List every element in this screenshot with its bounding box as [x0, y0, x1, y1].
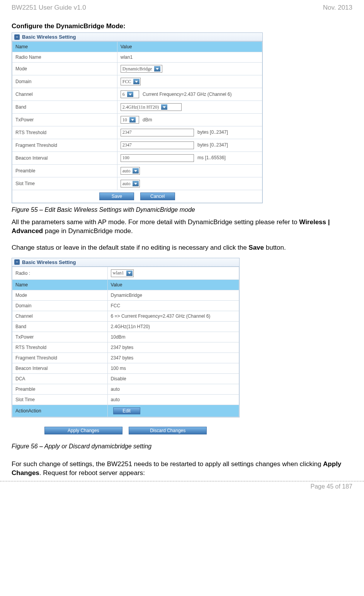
row-label: Preamble — [12, 165, 117, 177]
table-row: RTS Threshold2347 bytes — [12, 342, 239, 352]
row-label: RTS Threshold — [12, 126, 117, 139]
row-value: auto — [107, 394, 239, 405]
channel-select[interactable]: 6 — [121, 90, 139, 98]
row-label: Channel — [12, 88, 117, 101]
chevron-down-icon — [133, 181, 139, 186]
chevron-down-icon — [129, 117, 136, 123]
row-value: wlan1 — [117, 52, 262, 63]
panel-icon: – — [14, 34, 20, 40]
beacon-input[interactable]: 100 — [121, 154, 194, 162]
doc-title: BW2251 User Guide v1.0 — [12, 4, 86, 12]
figure-caption-56: Figure 56 – Apply or Discard dynamicbrid… — [12, 443, 352, 450]
chevron-down-icon — [127, 92, 133, 97]
table-row: DomainFCC — [12, 300, 239, 311]
row-label: Band — [12, 101, 117, 114]
panel-title-text: Basic Wireless Setting — [22, 34, 76, 40]
button-row: Save Cancel — [12, 190, 262, 203]
apply-changes-button[interactable]: Apply Changes — [44, 427, 122, 434]
chevron-down-icon — [161, 104, 167, 110]
txpower-unit: dBm — [143, 117, 152, 123]
row-label: Channel — [12, 311, 108, 321]
paragraph: For such change of settings, the BW2251 … — [12, 460, 352, 478]
band-select[interactable]: 2.4GHz(11n HT20) — [121, 103, 182, 111]
slottime-select[interactable]: auto — [121, 180, 140, 187]
row-value: 2347 bytes — [107, 352, 239, 363]
col-value: Value — [117, 42, 262, 52]
col-value: Value — [107, 279, 239, 290]
row-label: Radio Name — [12, 52, 117, 63]
row-label: Fragment Threshold — [12, 139, 117, 152]
table-row: Band2.4GHz(11n HT20) — [12, 321, 239, 332]
row-value: FCC — [107, 300, 239, 311]
panel-icon: – — [14, 259, 20, 265]
row-label: ActionAction — [12, 405, 108, 417]
row-label: Domain — [12, 75, 117, 88]
table-row: Fragment Threshold 2347 bytes [0..2347] — [12, 139, 262, 152]
channel-info: Current Frequency=2.437 GHz (Channel 6) — [143, 92, 231, 97]
row-value: 10dBm — [107, 332, 239, 342]
col-name: Name — [12, 42, 117, 52]
row-label: Mode — [12, 290, 108, 300]
table-row: Channel 6 Current Frequency=2.437 GHz (C… — [12, 88, 262, 101]
row-label: Beacon Interval — [12, 152, 117, 165]
mode-select[interactable]: DynamicBridge — [121, 65, 162, 73]
row-value: 2347 bytes — [107, 342, 239, 352]
table-row: Slot Time auto — [12, 177, 262, 190]
edit-button[interactable]: Edit — [113, 407, 140, 414]
row-label: DCA — [12, 373, 108, 384]
section-heading: Configure the DynamicBridge Mode: — [12, 22, 352, 30]
row-label: Slot Time — [12, 177, 117, 190]
table-row: Preamble auto — [12, 165, 262, 177]
row-label: Slot Time — [12, 394, 108, 405]
doc-date: Nov. 2013 — [323, 4, 352, 12]
chevron-down-icon — [133, 168, 139, 174]
domain-select[interactable]: FCC — [121, 78, 141, 85]
chevron-down-icon — [126, 271, 133, 276]
table-row: DCADisable — [12, 373, 239, 384]
table-row: Mode DynamicBridge — [12, 63, 262, 75]
row-label: Radio : — [12, 267, 108, 279]
chevron-down-icon — [154, 66, 160, 72]
table-row: TxPower10dBm — [12, 332, 239, 342]
preamble-select[interactable]: auto — [121, 167, 140, 175]
table-row: ModeDynamicBridge — [12, 290, 239, 300]
table-row: Fragment Threshold2347 bytes — [12, 352, 239, 363]
fragment-input[interactable]: 2347 — [121, 141, 194, 149]
row-label: Preamble — [12, 384, 108, 394]
save-button[interactable]: Save — [99, 192, 134, 200]
paragraph: All the parameters same with AP mode. Fo… — [12, 218, 352, 236]
table-row: Domain FCC — [12, 75, 262, 88]
table-row: Radio : wlan1 — [12, 267, 239, 279]
row-label: Band — [12, 321, 108, 332]
cancel-button[interactable]: Cancel — [140, 192, 175, 200]
figure-caption-55: Figure 55 – Edit Basic Wireless Settings… — [12, 206, 352, 213]
row-value: auto — [107, 384, 239, 394]
table-row: Slot Timeauto — [12, 394, 239, 405]
row-value: 100 ms — [107, 363, 239, 373]
row-label: TxPower — [12, 114, 117, 126]
row-value: DynamicBridge — [107, 290, 239, 300]
rts-range: bytes [0..2347] — [197, 129, 228, 135]
table-row: Channel6 => Current Frequency=2.437 GHz … — [12, 311, 239, 321]
fragment-range: bytes [0..2347] — [197, 142, 228, 148]
panel-basic-wireless-2: – Basic Wireless Setting Radio : wlan1 N… — [12, 258, 240, 417]
radio-select[interactable]: wlan1 — [111, 269, 134, 277]
row-label: Fragment Threshold — [12, 352, 108, 363]
paragraph: Change status or leave in the default st… — [12, 244, 352, 252]
row-label: Mode — [12, 63, 117, 75]
chevron-down-icon — [133, 79, 139, 84]
action-row: ActionAction Edit — [12, 405, 239, 417]
table-row: Beacon Interval 100 ms [1..65536] — [12, 152, 262, 165]
rts-input[interactable]: 2347 — [121, 129, 194, 136]
col-name: Name — [12, 279, 108, 290]
row-label: RTS Threshold — [12, 342, 108, 352]
table-row: TxPower 10 dBm — [12, 114, 262, 126]
discard-changes-button[interactable]: Discard Changes — [129, 427, 207, 434]
table-row: Preambleauto — [12, 384, 239, 394]
row-value: Disable — [107, 373, 239, 384]
beacon-range: ms [1..65536] — [197, 155, 226, 160]
row-value: 6 => Current Frequency=2.437 GHz (Channe… — [107, 311, 239, 321]
row-label: Beacon Interval — [12, 363, 108, 373]
txpower-select[interactable]: 10 — [121, 116, 139, 124]
table-row: RTS Threshold 2347 bytes [0..2347] — [12, 126, 262, 139]
